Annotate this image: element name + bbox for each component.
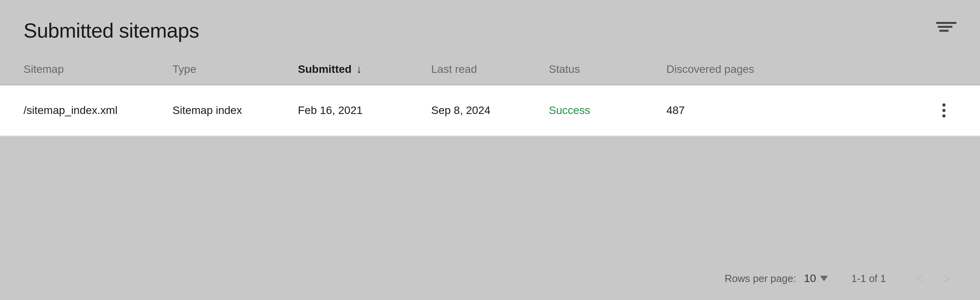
table-row: /sitemap_index.xml Sitemap index Feb 16,…	[0, 85, 980, 136]
cell-lastread: Sep 8, 2024	[431, 104, 549, 117]
col-header-lastread[interactable]: Last read	[431, 63, 549, 76]
cell-discovered: 487	[666, 100, 956, 121]
col-header-sitemap[interactable]: Sitemap	[24, 63, 172, 76]
pagination-info: 1-1 of 1	[851, 273, 886, 285]
col-header-status[interactable]: Status	[549, 63, 666, 76]
rows-per-page-control: Rows per page: 10	[725, 272, 828, 285]
rows-per-page-label: Rows per page:	[725, 273, 796, 285]
page-title: Submitted sitemaps	[24, 19, 199, 42]
cell-status: Success	[549, 104, 666, 117]
header: Submitted sitemaps	[0, 0, 980, 54]
col-header-discovered[interactable]: Discovered pages	[666, 63, 956, 76]
page-container: Submitted sitemaps Sitemap Type Submitte…	[0, 0, 980, 300]
rows-per-page-value: 10	[804, 272, 816, 285]
sitemaps-table: Sitemap Type Submitted ↓ Last read Statu…	[0, 54, 980, 257]
filter-icon[interactable]	[936, 22, 956, 32]
prev-page-button[interactable]: <	[909, 269, 929, 288]
rows-dropdown-arrow-icon[interactable]	[820, 276, 828, 281]
col-header-type[interactable]: Type	[172, 63, 298, 76]
sort-descending-icon: ↓	[356, 63, 362, 76]
more-options-icon[interactable]	[939, 100, 949, 121]
pagination-navigation: < >	[909, 269, 956, 288]
rows-per-page-select[interactable]: 10	[804, 272, 828, 285]
cell-submitted: Feb 16, 2021	[298, 104, 431, 117]
cell-sitemap[interactable]: /sitemap_index.xml	[24, 104, 172, 117]
col-header-submitted[interactable]: Submitted ↓	[298, 63, 431, 76]
table-footer: Rows per page: 10 1-1 of 1 < >	[0, 257, 980, 300]
table-header-row: Sitemap Type Submitted ↓ Last read Statu…	[0, 54, 980, 85]
cell-type: Sitemap index	[172, 104, 298, 117]
next-page-button[interactable]: >	[937, 269, 956, 288]
